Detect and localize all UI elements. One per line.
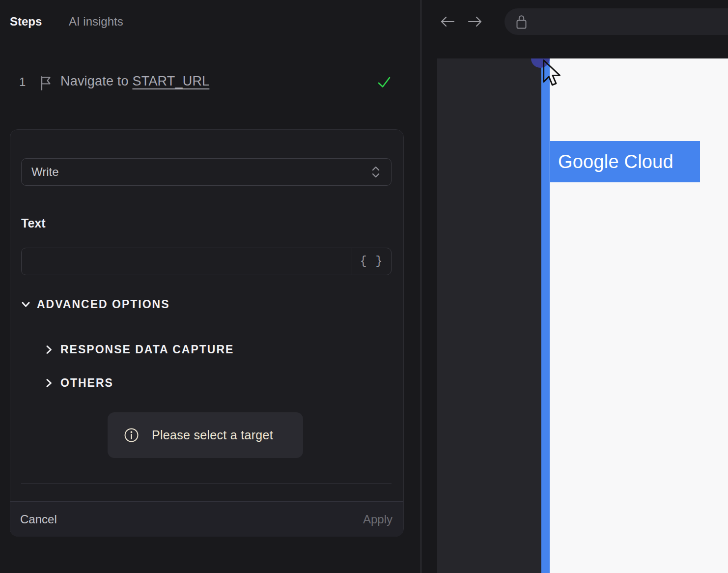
advanced-options-label: ADVANCED OPTIONS — [37, 298, 170, 311]
url-bar[interactable] — [504, 8, 728, 35]
advanced-options-toggle[interactable]: ADVANCED OPTIONS — [20, 298, 170, 311]
tab-steps[interactable]: Steps — [10, 0, 42, 43]
step-target-link[interactable]: START_URL — [132, 74, 209, 88]
chevron-up-down-icon — [370, 165, 381, 179]
braces-icon: { } — [360, 255, 383, 268]
chevron-right-icon — [44, 344, 54, 355]
text-field-label: Text — [21, 216, 46, 230]
response-data-capture-toggle[interactable]: RESPONSE DATA CAPTURE — [44, 343, 234, 356]
tab-ai-insights[interactable]: AI insights — [69, 0, 123, 43]
step-title[interactable]: Navigate to START_URL — [60, 74, 209, 89]
card-footer: Cancel Apply — [10, 501, 403, 537]
highlight-stripe — [541, 58, 550, 573]
action-type-select[interactable]: Write — [21, 158, 392, 186]
select-target-hint-text: Please select a target — [152, 428, 273, 442]
step-number: 1 — [19, 75, 26, 89]
chevron-right-icon — [44, 377, 54, 389]
lock-icon — [515, 14, 528, 30]
chevron-down-icon — [20, 299, 31, 310]
highlighted-target-element[interactable]: Google Cloud — [550, 141, 700, 182]
select-target-hint: Please select a target — [108, 412, 303, 458]
text-input-group: { } — [21, 248, 392, 275]
step-success-check-icon — [377, 75, 392, 90]
text-input[interactable] — [22, 248, 352, 275]
browser-panel: Google Cloud — [421, 0, 728, 573]
app-window: Steps AI insights 1 Navigate to START_UR… — [0, 0, 728, 573]
step-action-text: Navigate to — [60, 74, 132, 88]
step-editor-card: Write Text { } — [10, 129, 404, 537]
action-type-value: Write — [22, 165, 370, 179]
response-data-capture-label: RESPONSE DATA CAPTURE — [60, 343, 234, 356]
card-divider — [21, 484, 392, 484]
page-dark-sidebar — [437, 58, 541, 573]
steps-panel: Steps AI insights 1 Navigate to START_UR… — [0, 0, 420, 573]
others-toggle[interactable]: OTHERS — [44, 376, 113, 390]
cursor-icon — [542, 59, 563, 87]
page-viewport[interactable]: Google Cloud — [437, 58, 728, 573]
insert-variable-button[interactable]: { } — [352, 248, 391, 275]
back-arrow-icon[interactable] — [438, 14, 457, 29]
forward-arrow-icon[interactable] — [466, 14, 484, 29]
browser-toolbar — [421, 0, 728, 43]
info-icon — [124, 428, 139, 443]
apply-button[interactable]: Apply — [363, 513, 392, 526]
step-row[interactable]: 1 Navigate to START_URL — [0, 69, 420, 96]
cancel-button[interactable]: Cancel — [20, 513, 57, 526]
left-tabbar: Steps AI insights — [0, 0, 420, 43]
flag-icon — [39, 75, 54, 91]
others-label: OTHERS — [60, 376, 113, 390]
